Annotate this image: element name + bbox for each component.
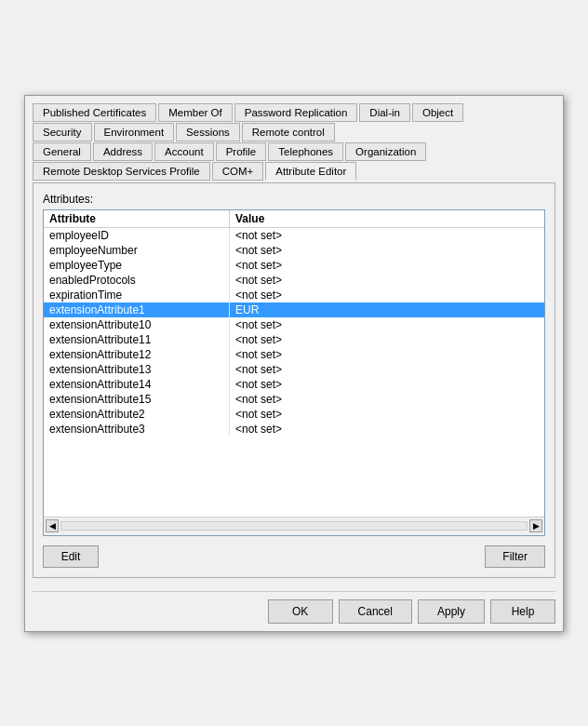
attributes-table: Attribute Value employeeID<not set>emplo… xyxy=(43,209,545,536)
cancel-button[interactable]: Cancel xyxy=(339,599,412,624)
tab-environment[interactable]: Environment xyxy=(94,123,175,141)
dialog-window: Published Certificates Member Of Passwor… xyxy=(24,95,564,632)
cell-value-5: EUR xyxy=(230,302,544,317)
table-row[interactable]: employeeType<not set> xyxy=(44,258,544,273)
tab-telephones[interactable]: Telephones xyxy=(268,142,343,161)
tab-member-of[interactable]: Member Of xyxy=(158,103,233,122)
scroll-right-button[interactable]: ▶ xyxy=(529,519,542,532)
table-row[interactable]: extensionAttribute3<not set> xyxy=(44,422,544,437)
cell-value-9: <not set> xyxy=(230,362,544,377)
tab-organization[interactable]: Organization xyxy=(345,142,426,161)
tab-sessions[interactable]: Sessions xyxy=(176,123,240,141)
tab-remote-desktop-services-profile[interactable]: Remote Desktop Services Profile xyxy=(33,162,210,181)
header-value: Value xyxy=(230,210,544,227)
tabs-container: Published Certificates Member Of Passwor… xyxy=(33,103,555,180)
table-row[interactable]: extensionAttribute2<not set> xyxy=(44,407,544,422)
tab-profile[interactable]: Profile xyxy=(216,142,267,161)
tab-remote-control[interactable]: Remote control xyxy=(242,123,335,141)
tab-row-2: Security Environment Sessions Remote con… xyxy=(33,123,555,141)
tab-row-4: Remote Desktop Services Profile COM+ Att… xyxy=(33,162,555,180)
tab-password-replication[interactable]: Password Replication xyxy=(234,103,358,122)
cell-value-4: <not set> xyxy=(230,288,544,302)
cell-value-0: <not set> xyxy=(230,228,544,243)
cell-attribute-9: extensionAttribute13 xyxy=(44,362,230,377)
table-row[interactable]: employeeID<not set> xyxy=(44,228,544,243)
tab-com-plus[interactable]: COM+ xyxy=(212,162,264,181)
cell-attribute-1: employeeNumber xyxy=(44,243,230,258)
cell-value-2: <not set> xyxy=(230,258,544,273)
tab-row-1: Published Certificates Member Of Passwor… xyxy=(33,103,555,121)
table-row[interactable]: expirationTime<not set> xyxy=(44,288,544,302)
scroll-left-button[interactable]: ◀ xyxy=(46,519,59,532)
apply-button[interactable]: Apply xyxy=(418,599,485,624)
tab-attribute-editor[interactable]: Attribute Editor xyxy=(265,162,356,181)
cell-value-11: <not set> xyxy=(230,392,544,407)
edit-filter-row: Edit Filter xyxy=(43,545,545,568)
cell-value-1: <not set> xyxy=(230,243,544,258)
table-row[interactable]: enabledProtocols<not set> xyxy=(44,273,544,288)
cell-value-7: <not set> xyxy=(230,332,544,347)
table-row[interactable]: extensionAttribute15<not set> xyxy=(44,392,544,407)
scroll-track[interactable] xyxy=(60,521,528,531)
tab-object[interactable]: Object xyxy=(412,103,463,122)
cell-attribute-13: extensionAttribute3 xyxy=(44,422,230,437)
table-row[interactable]: extensionAttribute12<not set> xyxy=(44,347,544,362)
table-row[interactable]: extensionAttribute10<not set> xyxy=(44,317,544,332)
cell-value-8: <not set> xyxy=(230,347,544,362)
tab-dial-in[interactable]: Dial-in xyxy=(359,103,410,122)
cell-attribute-0: employeeID xyxy=(44,228,230,243)
cell-value-6: <not set> xyxy=(230,317,544,332)
cell-value-13: <not set> xyxy=(230,422,544,437)
cell-attribute-6: extensionAttribute10 xyxy=(44,317,230,332)
attributes-label: Attributes: xyxy=(43,193,545,206)
cell-attribute-2: employeeType xyxy=(44,258,230,273)
cell-attribute-5: extensionAttribute1 xyxy=(44,302,230,317)
table-row[interactable]: extensionAttribute11<not set> xyxy=(44,332,544,347)
ok-button[interactable]: OK xyxy=(268,599,333,624)
tab-account[interactable]: Account xyxy=(154,142,214,161)
table-row[interactable]: extensionAttribute14<not set> xyxy=(44,377,544,392)
table-row[interactable]: employeeNumber<not set> xyxy=(44,243,544,258)
table-row[interactable]: extensionAttribute13<not set> xyxy=(44,362,544,377)
cell-attribute-4: expirationTime xyxy=(44,288,230,302)
horizontal-scrollbar[interactable]: ◀ ▶ xyxy=(44,517,544,535)
cell-attribute-12: extensionAttribute2 xyxy=(44,407,230,422)
edit-button[interactable]: Edit xyxy=(43,545,99,568)
cell-attribute-3: enabledProtocols xyxy=(44,273,230,288)
table-row[interactable]: extensionAttribute1EUR xyxy=(44,302,544,317)
header-attribute: Attribute xyxy=(44,210,230,227)
filter-button[interactable]: Filter xyxy=(485,545,545,568)
cell-attribute-7: extensionAttribute11 xyxy=(44,332,230,347)
cell-value-10: <not set> xyxy=(230,377,544,392)
tab-security[interactable]: Security xyxy=(33,123,92,141)
cell-attribute-8: extensionAttribute12 xyxy=(44,347,230,362)
cell-attribute-11: extensionAttribute15 xyxy=(44,392,230,407)
cell-value-12: <not set> xyxy=(230,407,544,422)
table-header: Attribute Value xyxy=(44,210,544,228)
help-button[interactable]: Help xyxy=(490,599,555,624)
dialog-footer: OK Cancel Apply Help xyxy=(33,591,555,624)
cell-value-3: <not set> xyxy=(230,273,544,288)
table-scroll-area[interactable]: employeeID<not set>employeeNumber<not se… xyxy=(44,228,544,517)
tab-address[interactable]: Address xyxy=(93,142,153,161)
tab-general[interactable]: General xyxy=(33,142,91,161)
tab-row-3: General Address Account Profile Telephon… xyxy=(33,142,555,160)
tab-content-area: Attributes: Attribute Value employeeID<n… xyxy=(33,182,555,578)
cell-attribute-10: extensionAttribute14 xyxy=(44,377,230,392)
tab-published-certificates[interactable]: Published Certificates xyxy=(33,103,156,122)
